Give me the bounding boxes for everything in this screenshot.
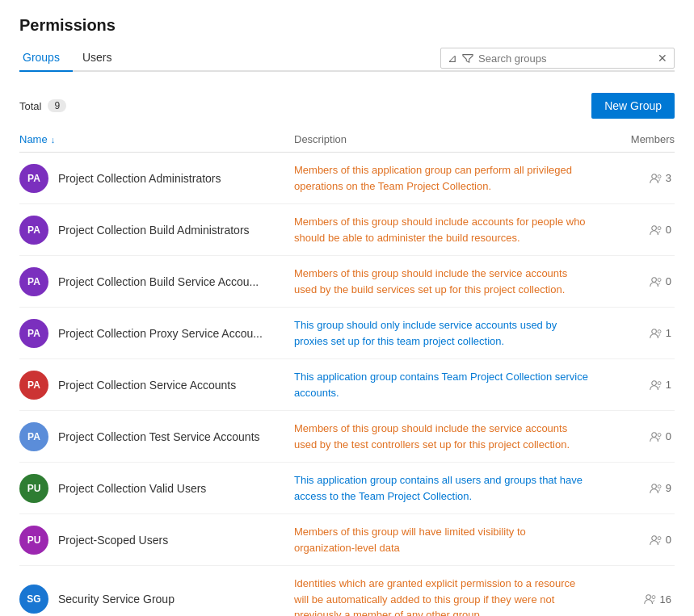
svg-point-11 [658,433,661,436]
members-cell: 3 [602,172,675,184]
group-name[interactable]: Project-Scoped Users [58,534,168,547]
name-cell: PA Project Collection Service Accounts [19,371,294,400]
table-row: PA Project Collection Administrators Mem… [19,153,675,204]
group-name[interactable]: Project Collection Service Accounts [58,379,236,392]
svg-point-2 [652,225,657,230]
toolbar: Total 9 New Group [19,85,675,127]
tab-users[interactable]: Users [79,44,125,72]
members-icon [644,593,657,605]
name-cell: PA Project Collection Build Administrato… [19,216,294,245]
group-name[interactable]: Project Collection Test Service Accounts [58,430,260,443]
table-header: Name ↓ Description Members [19,127,675,153]
svg-point-17 [652,596,655,599]
total-label: Total [19,100,41,112]
members-cell: 1 [602,379,675,391]
members-cell: 9 [602,482,675,494]
group-name[interactable]: Project Collection Valid Users [58,482,206,495]
name-cell: SG Security Service Group [19,585,294,614]
members-icon [650,431,662,442]
members-icon [650,328,662,339]
group-name[interactable]: Security Service Group [58,593,175,606]
new-group-button[interactable]: New Group [591,93,675,119]
table-row: PA Project Collection Service Accounts T… [19,359,675,411]
svg-point-14 [652,535,657,540]
members-count: 0 [666,275,671,287]
table-row: SG Security Service Group Identities whi… [19,566,675,616]
svg-point-1 [658,174,661,178]
page-title: Permissions [19,16,675,35]
col-header-name[interactable]: Name ↓ [19,133,294,145]
table-row: PA Project Collection Test Service Accou… [19,411,675,463]
sort-arrow-icon: ↓ [51,135,56,145]
description-cell: This group should only include service a… [294,317,602,349]
name-cell: PA Project Collection Build Service Acco… [19,267,294,296]
table-row: PA Project Collection Build Administrato… [19,204,675,256]
name-cell: PU Project Collection Valid Users [19,474,294,503]
svg-point-0 [652,174,657,178]
svg-point-7 [658,329,661,333]
svg-point-6 [652,329,657,333]
svg-point-16 [646,595,650,600]
avatar: PA [19,422,48,451]
avatar: PA [19,371,48,400]
avatar: SG [19,585,48,614]
table-row: PA Project Collection Build Service Acco… [19,256,675,308]
members-count: 0 [666,224,671,236]
members-icon [650,483,662,494]
description-cell: Members of this group will have limited … [294,524,602,555]
table-row: PU Project Collection Valid Users This a… [19,463,675,514]
table-body: PA Project Collection Administrators Mem… [19,153,675,616]
avatar: PA [19,216,48,245]
svg-point-13 [658,484,661,488]
table-row: PU Project-Scoped Users Members of this … [19,514,675,566]
members-count: 3 [666,172,671,184]
members-count: 16 [660,593,671,606]
svg-point-8 [652,380,657,385]
svg-point-10 [652,432,657,437]
members-cell: 0 [602,224,675,236]
description-cell: Members of this group should include the… [294,266,602,297]
avatar: PU [19,474,48,503]
group-name[interactable]: Project Collection Administrators [58,172,221,185]
members-icon [650,173,662,184]
description-cell: This application group contains all user… [294,472,602,504]
description-cell: Members of this application group can pe… [294,162,602,194]
members-cell: 0 [602,534,675,546]
description-cell: Identities which are granted explicit pe… [294,576,602,616]
avatar: PA [19,319,48,348]
name-cell: PU Project-Scoped Users [19,526,294,555]
svg-point-9 [658,381,661,384]
name-cell: PA Project Collection Test Service Accou… [19,422,294,451]
avatar: PA [19,164,48,193]
description-cell: This application group contains Team Pro… [294,369,602,400]
page-container: Permissions Groups Users ⊿ ✕ Total 9 New… [0,0,694,616]
search-input[interactable] [478,52,654,65]
group-name[interactable]: Project Collection Build Service Accou..… [58,275,259,288]
filter-icon [462,52,473,64]
members-cell: 1 [602,327,675,339]
members-count: 1 [666,327,671,339]
members-icon [650,534,662,546]
name-cell: PA Project Collection Proxy Service Acco… [19,319,294,348]
clear-search-icon[interactable]: ✕ [658,52,667,65]
members-cell: 0 [602,430,675,442]
table-row: PA Project Collection Proxy Service Acco… [19,308,675,359]
search-icon: ⊿ [448,52,457,65]
members-count: 0 [666,534,671,546]
col-header-members: Members [602,133,675,145]
svg-point-15 [658,536,661,539]
members-icon [650,224,662,236]
name-cell: PA Project Collection Administrators [19,164,294,193]
tabs-row: Groups Users [19,44,124,70]
members-cell: 16 [602,593,675,606]
description-cell: Members of this group should include acc… [294,214,602,245]
members-count: 9 [666,482,671,494]
tab-groups[interactable]: Groups [19,44,73,72]
col-header-description: Description [294,133,602,145]
members-icon [650,276,662,287]
group-name[interactable]: Project Collection Proxy Service Accou..… [58,327,263,340]
total-badge: Total 9 [19,99,66,112]
group-name[interactable]: Project Collection Build Administrators [58,224,250,237]
members-count: 0 [666,430,671,442]
svg-point-4 [652,277,657,282]
